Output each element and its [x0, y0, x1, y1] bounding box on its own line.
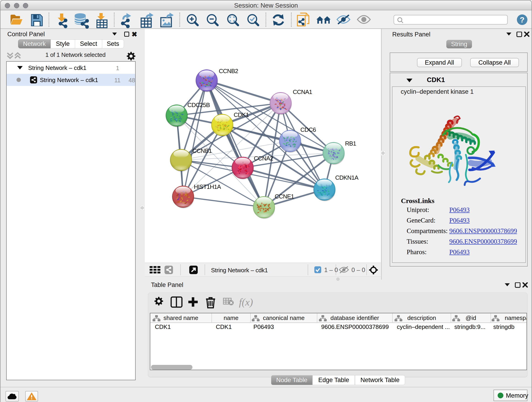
svg-text:CCNA2: CCNA2 — [254, 155, 273, 162]
svg-text:f(x): f(x) — [239, 297, 253, 308]
svg-text:CDK1: CDK1 — [234, 111, 249, 118]
svg-text:CCNA1: CCNA1 — [293, 89, 312, 95]
svg-text:CDC6: CDC6 — [300, 126, 316, 133]
svg-text:CCNB1: CCNB1 — [192, 147, 212, 154]
svg-text:CCNB2: CCNB2 — [219, 68, 238, 75]
svg-text:CDC25B: CDC25B — [187, 102, 210, 108]
svg-text:?: ? — [520, 15, 525, 24]
svg-text:HIST1H1A: HIST1H1A — [194, 183, 221, 190]
svg-text:1 – 0: 1 – 0 — [324, 267, 338, 274]
svg-text:RB1: RB1 — [345, 140, 356, 147]
svg-text:0 – 0: 0 – 0 — [351, 267, 365, 274]
svg-text:CCNE1: CCNE1 — [275, 193, 294, 200]
svg-text:CDKN1A: CDKN1A — [335, 174, 359, 181]
